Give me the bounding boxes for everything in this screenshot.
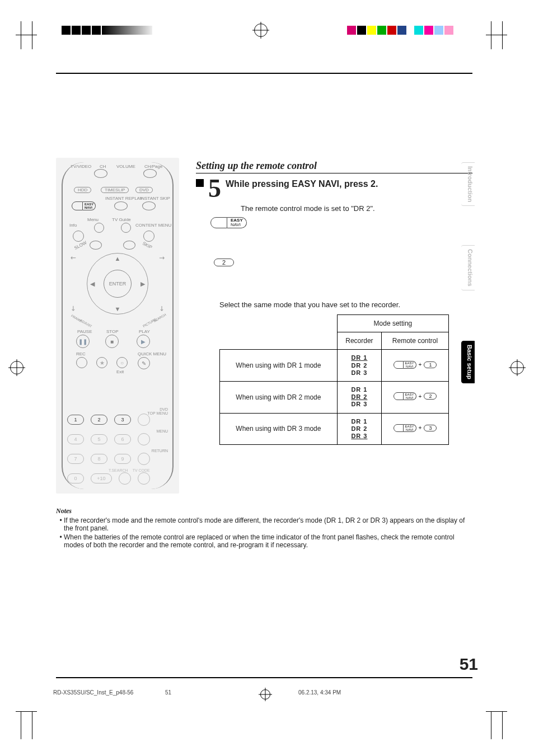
when-cell: When using with DR 1 mode [220, 350, 338, 382]
combo-key: 2 [424, 393, 437, 400]
notes-section: Notes If the recorder's mode and the rem… [56, 507, 472, 550]
section-title: Setting up the remote control [196, 160, 472, 173]
result-text: The remote control mode is set to "DR 2"… [241, 204, 472, 213]
remote-label-quick: QUICK MENU [138, 351, 166, 356]
remote-control-illustration: TV/VIDEO CH VOLUME CH/Page HDD TIMESLIP … [56, 158, 179, 494]
tab-introduction[interactable]: Introduction [461, 162, 475, 206]
crop-mark-icon [16, 35, 37, 35]
remote-label-tsearch: T.SEARCH [109, 468, 128, 472]
remote-combo: EASYNAVI + 3 [394, 424, 437, 432]
remote-label-exit: Exit [116, 369, 124, 374]
plus-icon: + [419, 361, 422, 368]
remote-label-menu2: MENU [67, 429, 168, 433]
remote-label-ch: CH [100, 164, 106, 169]
printer-marks-bottom [0, 717, 534, 734]
color-mark-icon [347, 26, 356, 35]
remote-label-tvvideo: TV/VIDEO [71, 164, 91, 169]
select-instruction: Select the same mode that you have set t… [219, 300, 472, 309]
tab-connections[interactable]: Connections [461, 245, 475, 290]
notes-heading: Notes [56, 507, 472, 515]
crop-mark-icon [16, 711, 37, 712]
chapter-tabs: Introduction Connections Basic setup [461, 162, 475, 422]
topmenu-button-icon [138, 414, 150, 426]
when-cell: When using with DR 3 mode [220, 413, 338, 445]
remote-label-info: Info [69, 223, 77, 228]
rec-button-icon [76, 357, 87, 368]
crosshair-icon [254, 24, 268, 37]
dr-cell: DR 1 DR 2 DR 3 [341, 418, 378, 440]
remote-label-chpage: CH/Page [144, 164, 162, 169]
crosshair-icon [510, 361, 524, 374]
color-mark-icon [377, 26, 386, 35]
tsearch-button-icon [119, 472, 131, 485]
crop-mark-icon [497, 21, 507, 49]
remote-label-instskip: INSTANT SKIP [140, 196, 170, 201]
num-6-icon: 6 [114, 434, 131, 444]
quickmenu-button-icon: ✎ [138, 357, 150, 369]
th-recorder: Recorder [337, 332, 381, 350]
remote-label-content: CONTENT MENU [135, 223, 171, 228]
registration-mark-icon [92, 26, 101, 35]
crop-mark-icon [486, 21, 496, 49]
key-2-illustration: 2 [214, 259, 234, 266]
content-button-icon [143, 231, 154, 242]
footer: RD-XS35SU/SC_Inst_E_p48-56 51 06.2.13, 4… [53, 689, 479, 699]
up-arrow-icon: ▲ [115, 255, 121, 262]
remote-label-menu: Menu [87, 217, 99, 222]
dr-cell: DR 1 DR 2 DR 3 [341, 386, 378, 408]
step-instruction: While pressing EASY NAVI, press 2. [226, 179, 378, 189]
return-button-icon [138, 453, 150, 465]
th-mode-setting: Mode setting [337, 315, 448, 332]
combo-key: 1 [424, 361, 437, 368]
number-pad: DVDTOP MENU 123 MENU 456 RETURN 789 T.SE… [67, 407, 168, 488]
tvcode-button-icon [138, 472, 150, 485]
num-8-icon: 8 [91, 454, 107, 464]
num-1-icon: 1 [67, 415, 84, 425]
remote-label-volume: VOLUME [116, 164, 135, 169]
remote-label-stop: STOP [106, 329, 119, 334]
dpad-icon: ENTER ▲ ▼ ◀ ▶ [87, 253, 148, 314]
num-4-icon: 4 [67, 434, 84, 444]
remote-label-hdd: HDD [74, 187, 91, 193]
step-marker-icon [196, 179, 204, 187]
tab-basic-setup[interactable]: Basic setup [461, 341, 475, 383]
registration-mark-icon [72, 26, 81, 35]
combo-key: 3 [424, 425, 437, 431]
menu-button-icon [94, 223, 104, 233]
plus-icon: + [419, 425, 422, 431]
down-arrow-icon: ▼ [115, 306, 121, 312]
remote-combo: EASYNAVI + 2 [394, 392, 437, 400]
num-9-icon: 9 [114, 454, 131, 464]
table-row: When using with DR 1 mode DR 1 DR 2 DR 3… [220, 350, 449, 382]
play-button-icon: ▶ [137, 335, 150, 348]
page-number: 51 [460, 655, 478, 674]
instant-replay-button-icon [114, 201, 128, 210]
enter-button-icon: ENTER [104, 270, 132, 298]
remote-combo: EASYNAVI + 1 [394, 361, 437, 369]
note-item: If the recorder's mode and the remote co… [64, 516, 472, 532]
star-button-icon: ★ [96, 357, 107, 368]
registration-mark-icon [82, 26, 91, 35]
crop-mark-icon [486, 711, 507, 712]
table-row: When using with DR 2 mode DR 1 DR 2 DR 3… [220, 381, 449, 413]
table-row: When using with DR 3 mode DR 1 DR 2 DR 3… [220, 413, 449, 445]
instant-skip-button-icon [142, 201, 156, 210]
remote-label-play: PLAY [139, 329, 150, 334]
remote-label-timeslip: TIMESLIP [101, 187, 129, 193]
plus-icon: + [419, 393, 422, 400]
remote-label-return: RETURN [67, 449, 168, 453]
slow-button-icon [90, 241, 102, 250]
left-arrow-icon: ◀ [90, 280, 95, 288]
color-mark-icon [444, 26, 453, 35]
note-item: When the batteries of the remote control… [64, 533, 472, 549]
mode-setting-table: Mode setting Recorder Remote control Whe… [219, 314, 449, 445]
th-remote: Remote control [382, 332, 449, 350]
tvguide-button-icon [121, 223, 131, 233]
rocker-icon [94, 169, 107, 178]
color-mark-icon [397, 26, 406, 35]
crop-mark-icon [486, 35, 507, 35]
registration-mark-icon [62, 26, 71, 35]
color-mark-icon [414, 26, 423, 35]
skip-button-icon [123, 241, 135, 250]
easy-navi-illustration: EASYNAVI [210, 217, 247, 228]
